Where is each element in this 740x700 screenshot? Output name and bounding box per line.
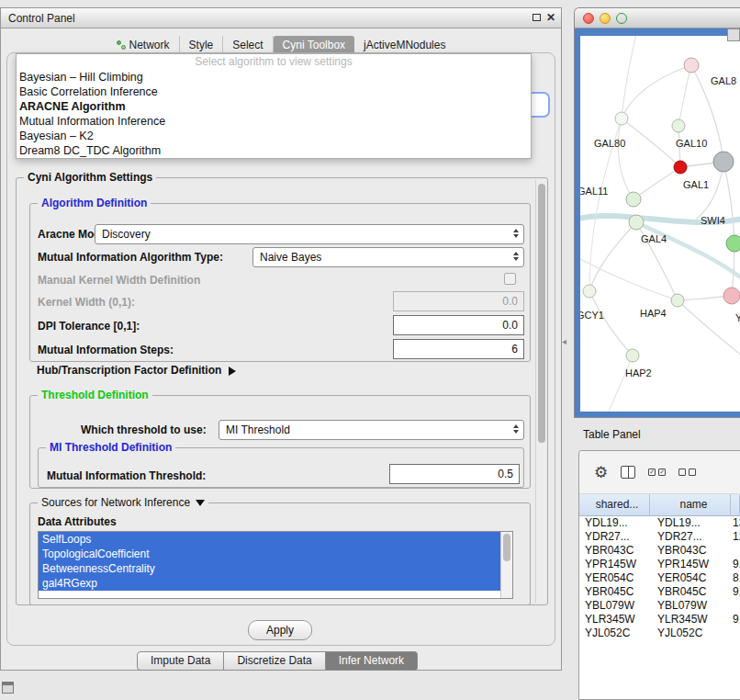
table-cell: YER054C [579, 571, 650, 585]
network-edge[interactable] [622, 36, 637, 119]
mi-threshold-field[interactable]: 0.5 [389, 464, 520, 484]
table-row[interactable]: YBR045CYBR045C9. [579, 585, 740, 599]
birdseye-corner-box[interactable] [727, 28, 740, 41]
tab-discretize-data[interactable]: Discretize Data [224, 651, 325, 671]
bottom-tabs: Impute Data Discretize Data Infer Networ… [137, 651, 418, 671]
network-node[interactable] [674, 161, 687, 174]
attribute-item[interactable]: TopologicalCoefficient [39, 547, 512, 561]
close-traffic-light[interactable] [583, 13, 594, 24]
network-edge[interactable] [589, 291, 633, 356]
desktop: Control Panel ✕ Network Style Select Cyn… [0, 0, 740, 700]
attribute-item[interactable]: gal4RGexp [39, 576, 512, 591]
network-node[interactable] [671, 294, 684, 307]
mi-type-select[interactable]: Naive Bayes [252, 247, 524, 267]
network-node[interactable] [672, 119, 685, 132]
network-node[interactable] [615, 112, 628, 125]
collapsed-panel-icon[interactable] [2, 682, 14, 694]
node-label: SWI4 [701, 215, 725, 226]
tab-label: Style [189, 39, 214, 51]
control-panel-titlebar[interactable]: Control Panel ✕ [1, 8, 561, 28]
table-cell: 9. [731, 558, 740, 571]
algorithm-option[interactable]: Basic Correlation Inference [17, 85, 531, 99]
node-label: Y [735, 312, 740, 323]
network-window-titlebar[interactable] [575, 8, 740, 28]
network-view-window: GAL8GAL80GAL10GAL11GAL1SWI4GAL4GCY1HAP4Y… [574, 7, 740, 418]
network-node[interactable] [713, 152, 734, 172]
network-edge[interactable] [636, 222, 740, 282]
mi-steps-field[interactable]: 6 [393, 339, 524, 359]
table-panel-window: ⚙ ✓✓ shared... name YDL19...YDL19...13YD… [578, 450, 740, 700]
node-label: GAL1 [683, 179, 709, 190]
deselect-all-columns-icon[interactable] [678, 469, 696, 476]
network-node[interactable] [629, 215, 644, 230]
table-row[interactable]: YBL079WYBL079W [579, 599, 740, 613]
network-node[interactable] [723, 288, 740, 304]
hub-definition-toggle[interactable]: Hub/Transcription Factor Definition [37, 364, 236, 377]
sources-toggle[interactable]: Sources for Network Inference [38, 496, 208, 509]
attribute-item[interactable]: SelfLoops [39, 532, 512, 547]
column-header-extra[interactable] [731, 494, 740, 515]
splitter-handle[interactable]: ◂ [562, 336, 566, 346]
select-all-columns-icon[interactable]: ✓✓ [648, 469, 666, 476]
table-cell: YPR145W [579, 558, 650, 571]
algorithm-option[interactable]: Bayesian – K2 [17, 129, 531, 143]
table-row[interactable]: YBR043CYBR043C [579, 544, 740, 558]
tab-network[interactable]: Network [107, 36, 180, 54]
algorithm-option[interactable]: Dream8 DC_TDC Algorithm [17, 143, 531, 158]
which-threshold-value: MI Threshold [226, 423, 290, 436]
network-node[interactable] [726, 235, 740, 252]
network-edge[interactable] [633, 167, 680, 199]
network-node[interactable] [583, 285, 596, 298]
minimize-traffic-light[interactable] [600, 13, 611, 24]
table-row[interactable]: YJL052CYJL052C [579, 627, 740, 640]
table-row[interactable]: YPR145WYPR145W9. [579, 558, 740, 571]
zoom-traffic-light[interactable] [616, 13, 627, 24]
gear-icon[interactable]: ⚙ [594, 465, 608, 480]
network-canvas[interactable]: GAL8GAL80GAL10GAL11GAL1SWI4GAL4GCY1HAP4Y… [580, 36, 740, 412]
cyni-algorithm-settings-group: Cyni Algorithm Settings Algorithm Defini… [16, 177, 548, 605]
algorithm-option[interactable]: Mutual Information Inference [17, 114, 531, 129]
algorithm-option[interactable]: Bayesian – Hill Climbing [17, 70, 531, 85]
tab-impute-data[interactable]: Impute Data [137, 651, 224, 671]
network-node[interactable] [626, 349, 639, 362]
stepper-icon [513, 424, 519, 434]
table-row[interactable]: YER054CYER054C8. [579, 571, 740, 585]
network-edge[interactable] [678, 65, 691, 126]
tab-infer-network[interactable]: Infer Network [326, 651, 418, 671]
columns-icon[interactable] [621, 466, 635, 479]
tab-select[interactable]: Select [223, 36, 273, 54]
table-row[interactable]: YLR345WYLR345W9. [579, 613, 740, 627]
float-window-icon[interactable] [533, 14, 541, 21]
network-edge[interactable] [723, 162, 734, 243]
mi-type-value: Naive Bayes [260, 251, 321, 264]
network-edge[interactable] [589, 222, 636, 291]
manual-kernel-checkbox[interactable] [504, 273, 516, 285]
tab-style[interactable]: Style [180, 36, 224, 54]
node-label: GAL4 [641, 233, 667, 244]
network-node[interactable] [626, 192, 641, 207]
network-edge[interactable] [618, 119, 633, 199]
dpi-tolerance-field[interactable]: 0.0 [393, 315, 524, 335]
list-scrollbar[interactable] [500, 532, 512, 598]
network-edge[interactable] [604, 356, 633, 412]
scrollbar-thumb[interactable] [538, 184, 545, 443]
network-node[interactable] [684, 58, 699, 73]
table-row[interactable]: YDR27...YDR27...12 [579, 530, 740, 544]
network-edge[interactable] [622, 119, 680, 167]
settings-scrollbar[interactable] [535, 180, 546, 603]
table-row[interactable]: YDL19...YDL19...13 [579, 516, 740, 530]
attribute-item[interactable]: BetweennessCentrality [39, 561, 512, 576]
list-scrollbar-thumb[interactable] [503, 534, 510, 561]
network-edge[interactable] [678, 300, 740, 359]
sources-group: Sources for Network Inference Data Attri… [29, 502, 531, 605]
close-icon[interactable]: ✕ [546, 11, 555, 24]
which-threshold-select[interactable]: MI Threshold [219, 420, 524, 440]
apply-button[interactable]: Apply [248, 620, 312, 640]
algorithm-option[interactable]: ARACNE Algorithm [17, 99, 531, 114]
column-header-name[interactable]: name [650, 494, 731, 515]
column-header-shared-name[interactable]: shared... [579, 494, 650, 515]
tab-cyni-toolbox[interactable]: Cyni Toolbox [274, 36, 354, 54]
aracne-mode-select[interactable]: Discovery [95, 224, 524, 244]
table-cell: 12 [731, 530, 740, 544]
tab-jactivemnodules[interactable]: jActiveMNodules [354, 36, 454, 54]
